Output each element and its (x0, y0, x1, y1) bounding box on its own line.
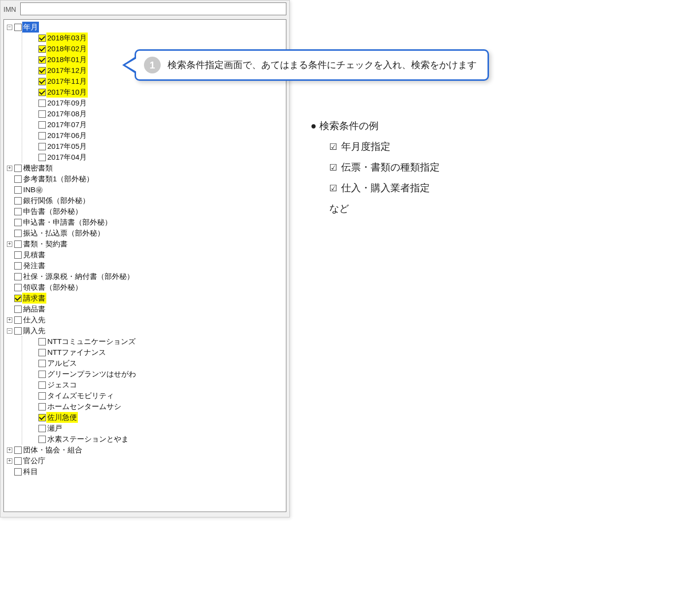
tree-label[interactable]: 請求書 (22, 293, 46, 304)
expander-icon[interactable]: + (7, 458, 12, 464)
tree-label[interactable]: 2017年10月 (46, 87, 88, 98)
checkbox[interactable] (14, 295, 22, 302)
checkbox[interactable] (38, 89, 46, 96)
checkbox[interactable] (38, 110, 46, 118)
tree-label[interactable]: 2017年07月 (46, 119, 88, 130)
expander-icon[interactable]: + (7, 166, 12, 171)
tree-label[interactable]: INB㊙ (22, 184, 44, 195)
tree-label[interactable]: 銀行関係（部外秘） (22, 195, 91, 206)
checkbox[interactable] (38, 414, 46, 421)
info-etc: など (329, 198, 440, 219)
checkbox-year-month[interactable] (14, 24, 22, 31)
checkbox[interactable] (38, 67, 46, 74)
tree-label[interactable]: 団体・協会・組合 (22, 445, 83, 455)
tree-row: 佐川急便 (31, 412, 284, 423)
tree-label[interactable]: 瀬戸 (46, 423, 63, 434)
checkbox[interactable] (14, 306, 22, 313)
checkbox[interactable] (38, 45, 46, 53)
checkbox[interactable] (38, 78, 46, 85)
tree-label[interactable]: 2017年09月 (46, 98, 88, 108)
checkbox[interactable] (14, 240, 22, 248)
checkbox[interactable] (38, 154, 46, 161)
checkbox[interactable] (38, 349, 46, 356)
expander-icon[interactable]: + (7, 447, 12, 453)
checkbox[interactable] (14, 175, 22, 183)
tree-label-buyers[interactable]: 購入先 (22, 325, 46, 336)
tree-label[interactable]: 官公庁 (22, 455, 46, 466)
info-heading: 検索条件の例 (311, 115, 440, 136)
tree-node: 2017年04月 (31, 152, 284, 163)
tree-label[interactable]: 2018年03月 (46, 33, 88, 43)
checkbox[interactable] (14, 219, 22, 226)
checkbox[interactable] (38, 100, 46, 107)
tree-label[interactable]: 発注書 (22, 260, 46, 271)
checkbox[interactable] (38, 403, 46, 411)
imn-input[interactable] (20, 2, 286, 15)
checkbox[interactable] (38, 360, 46, 367)
tree-label[interactable]: 振込・払込票（部外秘） (22, 228, 105, 239)
expander-icon[interactable]: + (7, 317, 12, 323)
expander-buyers[interactable]: − (7, 328, 12, 334)
tree-label[interactable]: タイムズモビリティ (46, 390, 115, 401)
checkbox[interactable] (38, 338, 46, 345)
tree-label[interactable]: 参考書類1（部外秘） (22, 173, 95, 184)
checkbox[interactable] (38, 34, 46, 42)
tree-label[interactable]: 水素ステーションとやま (46, 434, 130, 445)
callout-number: 1 (144, 57, 161, 73)
tree-label[interactable]: 書類・契約書 (22, 239, 69, 249)
checkbox[interactable] (38, 143, 46, 150)
checkbox[interactable] (14, 208, 22, 215)
tree-label[interactable]: 領収書（部外秘） (22, 282, 83, 293)
tree-label[interactable]: 申込書・申請書（部外秘） (22, 217, 113, 228)
tree-label[interactable]: 機密書類 (22, 163, 54, 173)
tree-label[interactable]: 2017年06月 (46, 130, 88, 141)
tree-label[interactable]: 2017年11月 (46, 76, 88, 87)
checkbox[interactable] (38, 436, 46, 443)
tree-node: 2017年05月 (31, 141, 284, 152)
tree-label[interactable]: ジェスコ (46, 379, 78, 390)
checkbox[interactable] (38, 121, 46, 129)
checkbox[interactable] (14, 446, 22, 454)
checkbox[interactable] (14, 457, 22, 465)
tree-label[interactable]: ホームセンタームサシ (46, 401, 122, 412)
tree-label[interactable]: アルビス (46, 358, 78, 369)
checkbox[interactable] (14, 197, 22, 205)
checkbox[interactable] (14, 262, 22, 270)
tree-label[interactable]: グリーンプランツはせがわ (46, 369, 137, 379)
checkbox[interactable] (38, 425, 46, 432)
tree-label[interactable]: 2017年12月 (46, 65, 88, 76)
checkbox[interactable] (38, 132, 46, 139)
tree-label[interactable]: 2017年05月 (46, 141, 88, 152)
expander-icon[interactable]: + (7, 241, 12, 247)
checkbox[interactable] (14, 468, 22, 476)
tree-label[interactable]: 仕入先 (22, 314, 46, 325)
tree-label[interactable]: 申告書（部外秘） (22, 206, 83, 217)
checkbox[interactable] (38, 371, 46, 378)
tree-label[interactable]: 見積書 (22, 249, 46, 260)
tree-label[interactable]: 社保・源泉税・納付書（部外秘） (22, 271, 135, 282)
tree-label[interactable]: NTTファイナンス (46, 347, 107, 358)
checkbox[interactable] (14, 251, 22, 259)
tree-node: 2018年03月 (31, 33, 284, 43)
tree-label[interactable]: 2018年02月 (46, 43, 88, 54)
tree-label[interactable]: 2017年08月 (46, 108, 88, 119)
checkbox-buyers[interactable] (14, 327, 22, 335)
checkbox[interactable] (14, 284, 22, 291)
checkbox[interactable] (38, 381, 46, 389)
checkbox[interactable] (38, 392, 46, 400)
tree-label[interactable]: 納品書 (22, 304, 46, 314)
tree-label[interactable]: 佐川急便 (46, 412, 78, 423)
checkbox[interactable] (14, 186, 22, 194)
checkbox[interactable] (14, 165, 22, 172)
tree-node: 振込・払込票（部外秘） (7, 228, 284, 239)
checkbox[interactable] (38, 56, 46, 64)
checkbox[interactable] (14, 316, 22, 324)
tree-label[interactable]: NTTコミュニケーションズ (46, 336, 137, 347)
checkbox[interactable] (14, 230, 22, 237)
tree-label-year-month[interactable]: 年月 (22, 22, 39, 33)
tree-label[interactable]: 科目 (22, 466, 39, 477)
tree-label[interactable]: 2017年04月 (46, 152, 88, 163)
checkbox[interactable] (14, 273, 22, 280)
expander-year-month[interactable]: − (7, 25, 12, 30)
tree-label[interactable]: 2018年01月 (46, 54, 88, 65)
